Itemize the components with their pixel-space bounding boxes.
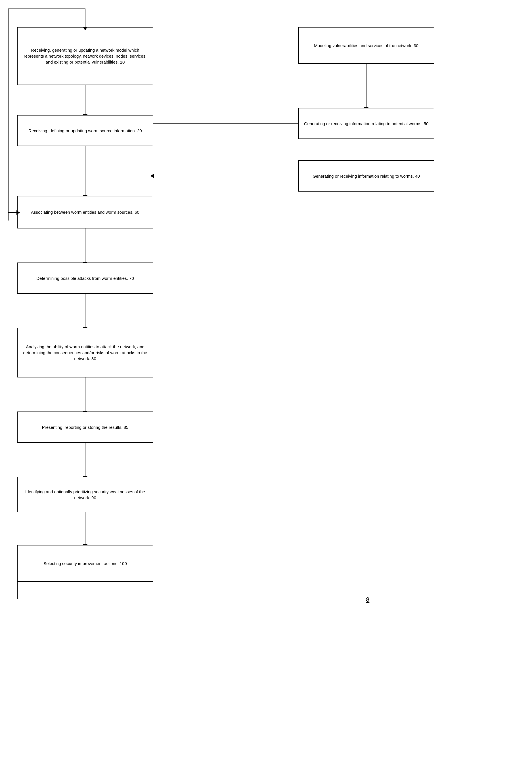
left-loop-arrow	[8, 212, 17, 213]
arrow-box90-box100	[85, 512, 86, 545]
arrow-box85-box90	[85, 443, 86, 477]
left-loop-h-top	[8, 8, 85, 9]
bottom-loop-down	[17, 582, 18, 599]
box-50: Generating or receiving information rela…	[298, 108, 434, 139]
box-80: Analyzing the ability of worm entities t…	[17, 328, 153, 377]
box-100: Selecting security improvement actions. …	[17, 545, 153, 582]
diagram-container: Receiving, generating or updating a netw…	[0, 0, 532, 783]
box-30: Modeling vulnerabilities and services of…	[298, 27, 434, 64]
arrow-box60-box70	[85, 228, 86, 262]
box-85: Presenting, reporting or storing the res…	[17, 411, 153, 443]
box-10: Receiving, generating or updating a netw…	[17, 27, 153, 85]
line-box50-box20	[153, 123, 298, 124]
box-40: Generating or receiving information rela…	[298, 160, 434, 192]
arrow-box10-box20	[85, 85, 86, 115]
arrow-box20-box60	[85, 146, 86, 196]
box-20: Receiving, defining or updating worm sou…	[17, 115, 153, 146]
left-loop-line-down	[8, 8, 8, 220]
box-60: Associating between worm entities and wo…	[17, 196, 153, 228]
arrow-box30-box50	[366, 64, 367, 108]
box-70: Determining possible attacks from worm e…	[17, 262, 153, 294]
arrow-box40-box60	[153, 176, 298, 176]
arrow-box70-box80	[85, 294, 86, 328]
box-90: Identifying and optionally prioritizing …	[17, 477, 153, 512]
figure-number: 8	[366, 596, 369, 603]
arrow-box80-box85	[85, 377, 86, 411]
